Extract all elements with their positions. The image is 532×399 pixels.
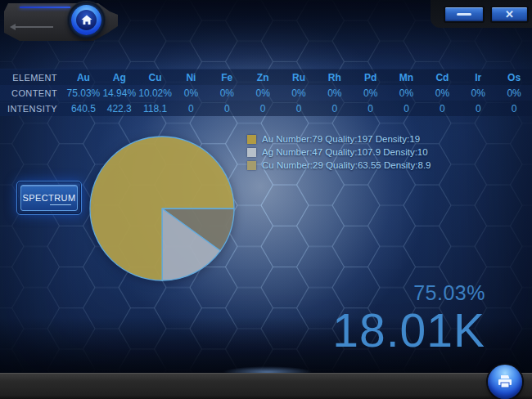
total-intensity-readout: 18.01K <box>332 307 485 354</box>
content-cell-Cd: 0% <box>424 87 460 99</box>
intensity-cell-Zn: 0 <box>245 103 281 114</box>
content-cell-Cu: 10.02% <box>138 87 174 99</box>
intensity-cell-Ir: 0 <box>460 103 496 114</box>
element-cell-Cu: Cu <box>138 72 174 83</box>
close-icon: ✕ <box>505 9 514 20</box>
home-icon <box>81 15 92 25</box>
table-row-element: ELEMENTAuAgCuNiFeZnRuRhPdMnCdIrOs <box>0 69 532 85</box>
legend-label-cu: Cu Number:29 Quality:63.55 Density:8.9 <box>262 160 431 170</box>
row-label-content: CONTENT <box>0 88 65 98</box>
accent-line-decoration <box>20 7 70 8</box>
pie-chart <box>81 128 243 289</box>
home-button-ring <box>71 5 101 35</box>
back-arrow-decoration <box>16 26 53 28</box>
pie-legend: Au Number:79 Quality:197 Density:19Ag Nu… <box>247 132 431 172</box>
legend-item-au: Au Number:79 Quality:197 Density:19 <box>247 132 431 146</box>
legend-swatch-cu <box>247 161 256 170</box>
print-button[interactable] <box>488 365 522 399</box>
intensity-cell-Fe: 0 <box>209 103 245 114</box>
spectrum-button-label: SPECTRUM <box>23 193 76 203</box>
summary-readout: 75.03% 18.01K <box>332 281 485 354</box>
intensity-cell-Pd: 0 <box>353 103 389 114</box>
content-cell-Zn: 0% <box>245 87 281 99</box>
table-row-intensity: INTENSITY640.5422.3118.10000000000 <box>0 101 532 116</box>
legend-label-ag: Ag Number:47 Quality:107.9 Density:10 <box>262 147 428 157</box>
content-cell-Ru: 0% <box>281 87 317 99</box>
content-cell-Rh: 0% <box>317 87 353 99</box>
intensity-cell-Ni: 0 <box>174 103 210 114</box>
home-button[interactable] <box>68 2 105 38</box>
legend-swatch-ag <box>247 148 256 157</box>
content-cell-Pd: 0% <box>353 87 389 99</box>
legend-label-au: Au Number:79 Quality:197 Density:19 <box>262 134 420 144</box>
printer-icon <box>497 374 513 389</box>
spectrum-underline-decoration <box>50 204 71 205</box>
element-cell-Au: Au <box>65 72 101 83</box>
content-cell-Au: 75.03% <box>65 87 101 99</box>
element-cell-Rh: Rh <box>317 72 353 83</box>
spectrum-button[interactable]: SPECTRUM <box>16 181 82 215</box>
intensity-cell-Au: 640.5 <box>65 103 101 114</box>
content-cell-Ir: 0% <box>460 87 496 99</box>
intensity-cell-Cu: 118.1 <box>138 103 174 114</box>
legend-swatch-au <box>247 135 256 144</box>
element-cell-Cd: Cd <box>424 72 460 83</box>
legend-item-ag: Ag Number:47 Quality:107.9 Density:10 <box>247 146 431 159</box>
row-label-intensity: INTENSITY <box>0 104 65 114</box>
intensity-cell-Ru: 0 <box>281 103 317 114</box>
content-percent-readout: 75.03% <box>332 281 485 305</box>
legend-item-cu: Cu Number:29 Quality:63.55 Density:8.9 <box>247 159 431 172</box>
element-cell-Ru: Ru <box>281 72 317 83</box>
spectrum-button-face: SPECTRUM <box>20 185 78 211</box>
content-cell-Fe: 0% <box>209 87 245 99</box>
element-table: ELEMENTAuAgCuNiFeZnRuRhPdMnCdIrOsCONTENT… <box>0 69 532 116</box>
content-cell-Mn: 0% <box>389 87 425 99</box>
element-cell-Zn: Zn <box>245 72 281 83</box>
bottom-bar <box>0 373 532 399</box>
home-button-core <box>76 10 97 30</box>
content-cell-Ag: 14.94% <box>101 87 138 99</box>
minimize-button[interactable] <box>444 6 485 23</box>
table-row-content: CONTENT75.03%14.94%10.02%0%0%0%0%0%0%0%0… <box>0 85 532 101</box>
row-label-element: ELEMENT <box>0 73 65 83</box>
element-cell-Mn: Mn <box>389 72 425 83</box>
intensity-cell-Os: 0 <box>496 103 532 114</box>
element-cell-Fe: Fe <box>209 72 245 83</box>
element-cell-Ag: Ag <box>101 72 138 83</box>
element-cell-Ir: Ir <box>460 72 496 83</box>
close-button[interactable]: ✕ <box>490 6 529 23</box>
element-cell-Ni: Ni <box>174 72 210 83</box>
intensity-cell-Rh: 0 <box>317 103 353 114</box>
intensity-cell-Mn: 0 <box>389 103 425 114</box>
element-cell-Os: Os <box>496 72 532 83</box>
content-cell-Ni: 0% <box>174 87 210 99</box>
intensity-cell-Cd: 0 <box>424 103 460 114</box>
intensity-cell-Ag: 422.3 <box>101 103 138 114</box>
element-cell-Pd: Pd <box>353 72 389 83</box>
analyzer-window: ELEMENTAuAgCuNiFeZnRuRhPdMnCdIrOsCONTENT… <box>0 0 532 399</box>
content-cell-Os: 0% <box>496 87 532 99</box>
minimize-icon <box>457 13 471 16</box>
